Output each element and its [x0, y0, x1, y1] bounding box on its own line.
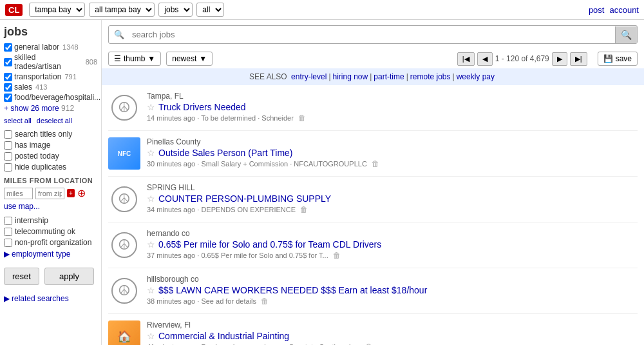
prev-page-button[interactable]: ◀: [477, 52, 493, 66]
filter-label: telecommuting ok: [15, 227, 75, 236]
job-title-link[interactable]: Commercial & Industrial Painting: [158, 331, 289, 341]
job-meta: 41 minutes ago · Pay based on experience…: [147, 342, 638, 345]
post-link[interactable]: post: [589, 5, 605, 15]
category-label: food/beverage/hospitali...: [14, 93, 100, 102]
location-icon[interactable]: ⊕: [77, 187, 86, 199]
sort-button[interactable]: newest ▼: [166, 52, 213, 66]
category-checkbox-transportation[interactable]: [4, 73, 12, 81]
extra-filters: internship telecommuting ok non-profit o…: [4, 216, 97, 247]
job-meta: 14 minutes ago · To be determined · Schn…: [147, 113, 638, 123]
list-item: 🏠 Riverview, Fl ☆ Commercial & Industria…: [108, 314, 638, 345]
sidebar: jobs general labor 1348 skilled trades/a…: [0, 20, 102, 345]
filter-checkbox-search-titles[interactable]: [4, 130, 12, 139]
trash-icon[interactable]: 🗑: [261, 297, 269, 306]
deselect-all-link[interactable]: deselect all: [37, 117, 72, 124]
view-button[interactable]: ☰ thumb ▼: [108, 52, 161, 66]
top-bar-right: post account: [589, 5, 639, 15]
search-submit-button[interactable]: 🔍: [615, 26, 637, 43]
filter-posted-today: posted today: [4, 152, 97, 161]
category-item-general-labor: general labor 1348: [4, 43, 97, 52]
job-title-link[interactable]: $$$ LAWN CARE WORKERS NEEDED $$$ Earn at…: [158, 285, 427, 295]
employment-type-toggle[interactable]: ▶ employment type: [4, 250, 97, 259]
category-count: 808: [86, 58, 97, 66]
star-icon[interactable]: ☆: [147, 193, 155, 204]
last-page-button[interactable]: ▶|: [570, 52, 587, 66]
use-map-link[interactable]: use map...: [4, 202, 97, 211]
job-icon: ☮: [108, 183, 140, 215]
subcategory-select[interactable]: all: [196, 3, 224, 17]
category-count: 791: [64, 73, 76, 81]
star-icon[interactable]: ☆: [147, 331, 155, 341]
job-location: hillsborough co: [147, 275, 638, 284]
trash-icon[interactable]: 🗑: [365, 342, 373, 345]
star-icon[interactable]: ☆: [147, 102, 155, 112]
next-page-button[interactable]: ▶: [552, 52, 567, 66]
trash-icon[interactable]: 🗑: [372, 159, 379, 168]
category-checkbox-food[interactable]: [4, 94, 12, 102]
category-checkbox-general-labor[interactable]: [4, 43, 12, 52]
see-also-weekly-pay[interactable]: weekly pay: [457, 72, 495, 81]
filter-hide-duplicates: hide duplicates: [4, 163, 97, 172]
star-icon[interactable]: ☆: [147, 285, 155, 295]
category-label: general labor: [14, 43, 59, 52]
category-checkbox-skilled-trades[interactable]: [4, 58, 12, 66]
reset-button[interactable]: reset: [4, 268, 39, 285]
area-select[interactable]: all tampa bay: [89, 3, 155, 17]
see-also-hiring-now[interactable]: hiring now: [333, 72, 368, 81]
job-thumbnail: NFC: [108, 137, 140, 170]
apply-button[interactable]: apply: [44, 268, 94, 285]
job-title-link[interactable]: Truck Drivers Needed: [158, 102, 246, 112]
filter-checkbox-nonprofit[interactable]: [4, 239, 12, 247]
trash-icon[interactable]: 🗑: [333, 251, 341, 260]
trash-icon[interactable]: 🗑: [300, 205, 308, 214]
location-select[interactable]: tampa bay: [29, 3, 85, 17]
related-searches-label: related searches: [12, 294, 69, 303]
category-checkbox-sales[interactable]: [4, 83, 12, 92]
job-details: Riverview, Fl ☆ Commercial & Industrial …: [147, 320, 638, 345]
job-title-link[interactable]: 0.65$ Per mile for Solo and 0.75$ for Te…: [158, 239, 381, 250]
star-icon[interactable]: ☆: [147, 148, 155, 158]
toolbar: ☰ thumb ▼ newest ▼ |◀ ◀ 1 - 120 of 4,679…: [102, 49, 644, 68]
related-searches-link[interactable]: ▶ related searches: [4, 294, 97, 303]
filter-telecommuting: telecommuting ok: [4, 227, 97, 236]
save-button[interactable]: 💾 save: [598, 52, 638, 66]
filter-checkbox-internship[interactable]: [4, 217, 12, 225]
zip-input[interactable]: [35, 188, 64, 199]
filter-checkbox-has-image[interactable]: [4, 141, 12, 150]
job-title-link[interactable]: Outside Sales Person (Part Time): [158, 148, 293, 158]
see-also-remote-jobs[interactable]: remote jobs: [410, 72, 451, 81]
peace-symbol-icon: ☮: [111, 232, 137, 258]
miles-input[interactable]: [4, 188, 33, 199]
category-item-skilled-trades: skilled trades/artisan 808: [4, 53, 97, 71]
chevron-down-icon: ▼: [147, 54, 155, 63]
account-link[interactable]: account: [609, 5, 639, 15]
select-all-link[interactable]: select all: [4, 117, 32, 124]
filter-label: hide duplicates: [15, 163, 66, 172]
sort-label: newest: [172, 54, 196, 63]
see-also-entry-level[interactable]: entry-level: [291, 72, 327, 81]
search-input[interactable]: [129, 26, 615, 43]
show-more-link[interactable]: + show 26 more 912: [4, 104, 97, 113]
trash-icon[interactable]: 🗑: [298, 113, 306, 123]
see-also-label: SEE ALSO: [249, 72, 287, 81]
see-also-part-time[interactable]: part-time: [374, 72, 404, 81]
filter-checkbox-hide-duplicates[interactable]: [4, 163, 12, 172]
employment-type-label: employment type: [12, 250, 70, 259]
job-title-link[interactable]: COUNTER PERSON-PLUMBING SUPPLY: [158, 193, 331, 204]
filter-checkbox-posted-today[interactable]: [4, 152, 12, 161]
first-page-button[interactable]: |◀: [457, 52, 475, 66]
see-also-bar: SEE ALSO entry-level|hiring now|part-tim…: [102, 68, 644, 85]
job-location: Riverview, Fl: [147, 320, 638, 330]
zip-map-icon: +: [67, 189, 75, 197]
category-select[interactable]: jobs: [158, 3, 193, 17]
cl-logo: CL: [5, 4, 23, 16]
select-links: select all deselect all: [4, 117, 97, 124]
chevron-right-icon: ▶: [4, 250, 10, 259]
filter-has-image: has image: [4, 141, 97, 150]
filter-checkbox-telecommuting[interactable]: [4, 228, 12, 236]
job-thumbnail: 🏠: [108, 320, 140, 345]
job-title-row: ☆ Commercial & Industrial Painting: [147, 331, 638, 341]
job-location: SPRING HILL: [147, 183, 638, 192]
star-icon[interactable]: ☆: [147, 239, 155, 250]
save-icon: 💾: [603, 54, 613, 63]
